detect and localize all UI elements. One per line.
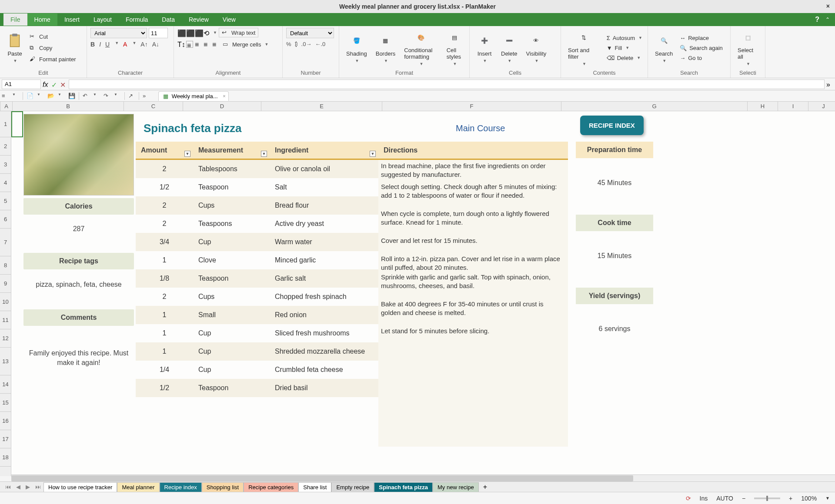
sheet-tab-active[interactable]: Spinach feta pizza: [374, 482, 433, 492]
amount-cell[interactable]: 1/4: [136, 361, 193, 379]
direction-step[interactable]: Bake at 400 degrees F for 35-40 minutes …: [381, 300, 564, 318]
measurement-cell[interactable]: Cup: [193, 324, 270, 342]
amount-cell[interactable]: 1/2: [136, 379, 193, 397]
align-justify-icon[interactable]: ≡: [212, 41, 219, 48]
row-header[interactable]: 9: [0, 275, 11, 293]
help-icon[interactable]: ?: [815, 16, 819, 23]
menu-file[interactable]: File: [3, 13, 27, 26]
sheet-tab[interactable]: Meal planner: [117, 482, 159, 492]
measurement-cell[interactable]: Cup: [193, 233, 270, 251]
ingredient-cell[interactable]: Active dry yeast: [270, 215, 378, 233]
sheet-tab[interactable]: How to use recipe tracker: [43, 482, 117, 492]
zoom-in-icon[interactable]: +: [789, 495, 792, 502]
amount-cell[interactable]: 1/8: [136, 269, 193, 288]
last-sheet-icon[interactable]: ⏭: [33, 484, 43, 490]
borders-button[interactable]: ▦Borders▼: [372, 31, 399, 65]
delete-cells-button[interactable]: ➖Delete▼: [498, 31, 521, 65]
redo-icon[interactable]: ↷: [104, 93, 110, 99]
row-header[interactable]: 4: [0, 174, 11, 192]
menu-layout[interactable]: Layout: [87, 13, 119, 26]
row-header[interactable]: 16: [0, 412, 11, 430]
open-icon[interactable]: 📂: [47, 93, 54, 99]
col-ingredient-header[interactable]: Ingredient▼: [270, 142, 378, 160]
cancel-icon[interactable]: ✕: [60, 81, 67, 88]
amount-cell[interactable]: 2: [136, 288, 193, 306]
row-header[interactable]: 13: [0, 348, 11, 375]
menu-review[interactable]: Review: [182, 13, 216, 26]
filter-icon[interactable]: ▼: [370, 151, 376, 157]
next-sheet-icon[interactable]: ▶: [23, 484, 33, 490]
amount-cell[interactable]: 1: [136, 342, 193, 361]
visibility-button[interactable]: 👁Visibility▼: [523, 31, 550, 65]
fx-icon[interactable]: fx: [43, 81, 50, 88]
first-sheet-icon[interactable]: ⏮: [3, 484, 13, 490]
goto-button[interactable]: →Go to: [678, 54, 725, 62]
column-header[interactable]: H: [748, 102, 778, 111]
amount-cell[interactable]: 2: [136, 196, 193, 215]
align-middle-icon[interactable]: ⬛: [186, 29, 193, 36]
amount-cell[interactable]: 1: [136, 306, 193, 324]
measurement-cell[interactable]: Teaspoon: [193, 379, 270, 397]
copy-button[interactable]: ⧉Copy: [28, 43, 78, 52]
column-header[interactable]: A: [0, 102, 13, 111]
menu-insert[interactable]: Insert: [57, 13, 87, 26]
zoom-slider[interactable]: [754, 497, 780, 499]
new-doc-icon[interactable]: 📄: [27, 93, 33, 99]
align-center-icon[interactable]: ≡: [195, 41, 202, 48]
row-header[interactable]: 6: [0, 210, 11, 229]
shading-button[interactable]: 🪣Shading▼: [343, 31, 371, 65]
row-header[interactable]: 3: [0, 156, 11, 174]
amount-cell[interactable]: 2: [136, 160, 193, 178]
measurement-cell[interactable]: Teaspoons: [193, 215, 270, 233]
column-header[interactable]: I: [778, 102, 808, 111]
fill-button[interactable]: ▼Fill▼: [605, 44, 644, 52]
ingredient-cell[interactable]: Chopped fresh spinach: [270, 288, 378, 306]
bold-button[interactable]: B: [90, 41, 95, 48]
shrink-font-button[interactable]: A↓: [152, 41, 159, 48]
close-tab-icon[interactable]: ×: [223, 93, 225, 99]
filter-icon[interactable]: ▼: [261, 151, 267, 157]
align-right-icon[interactable]: ≡: [204, 41, 210, 48]
measurement-cell[interactable]: Teaspoon: [193, 178, 270, 196]
font-family-select[interactable]: Arial: [90, 28, 147, 38]
increase-decimal-icon[interactable]: .0→: [301, 41, 312, 47]
zoom-out-icon[interactable]: −: [742, 495, 745, 502]
delete-contents-button[interactable]: ⌫Delete▼: [605, 54, 644, 62]
column-header[interactable]: C: [124, 102, 183, 111]
underline-button[interactable]: U: [105, 41, 110, 48]
row-header[interactable]: 11: [0, 311, 11, 329]
ingredient-cell[interactable]: Dried basil: [270, 379, 378, 397]
zoom-dropdown-icon[interactable]: ▼: [825, 496, 830, 501]
direction-step[interactable]: Cover and let rest for 15 minutes.: [381, 236, 564, 245]
recipe-index-button[interactable]: RECIPE INDEX: [580, 116, 644, 135]
ingredient-cell[interactable]: Red onion: [270, 306, 378, 324]
measurement-cell[interactable]: Tablespoons: [193, 160, 270, 178]
orientation-icon[interactable]: ⟲: [204, 29, 210, 36]
column-header[interactable]: G: [561, 102, 748, 111]
menu-icon[interactable]: ≡: [2, 93, 9, 99]
measurement-cell[interactable]: Cups: [193, 196, 270, 215]
autosum-button[interactable]: ΣAutosum▼: [605, 34, 644, 42]
scroll-thumb[interactable]: [11, 475, 633, 481]
sheet-tab[interactable]: Recipe categories: [244, 482, 298, 492]
menu-formula[interactable]: Formula: [119, 13, 155, 26]
amount-cell[interactable]: 2: [136, 215, 193, 233]
merge-cells-button[interactable]: ▭Merge cells▼: [221, 40, 270, 49]
sheet-tab[interactable]: Shopping list: [202, 482, 244, 492]
wrap-text-button[interactable]: ↩Wrap text: [219, 28, 258, 37]
column-header[interactable]: E: [261, 102, 382, 111]
row-header[interactable]: 15: [0, 394, 11, 412]
col-amount-header[interactable]: Amount▼: [136, 142, 193, 160]
row-header[interactable]: 18: [0, 448, 11, 467]
amount-cell[interactable]: 1: [136, 251, 193, 269]
percent-icon[interactable]: %: [286, 41, 291, 47]
expand-formula-icon[interactable]: »: [826, 81, 833, 88]
select-all-button[interactable]: ⬚Select all▼: [734, 28, 762, 68]
sort-filter-button[interactable]: ⇅Sort and filter▼: [564, 28, 603, 68]
conditional-formatting-button[interactable]: 🎨Conditional formatting▼: [401, 28, 441, 68]
italic-button[interactable]: I: [99, 41, 101, 48]
measurement-cell[interactable]: Small: [193, 306, 270, 324]
measurement-cell[interactable]: Teaspoon: [193, 269, 270, 288]
cell-reference-input[interactable]: [2, 80, 41, 89]
ingredient-cell[interactable]: Sliced fresh mushrooms: [270, 324, 378, 342]
